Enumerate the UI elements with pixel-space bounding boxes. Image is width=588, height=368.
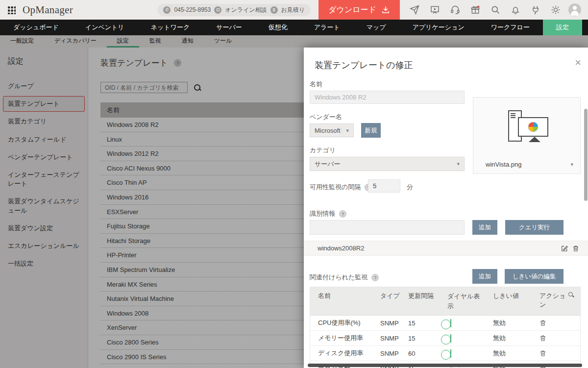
sysoid-label: 識別情報 ? [310,209,346,218]
monitor-name: CPU使用率(%) [310,319,380,327]
col-type: タイプ [380,292,408,300]
nav-inventory[interactable]: インベントリ [72,20,138,35]
device-image-select[interactable]: winVista.png ▾ [486,161,573,168]
monitor-type: SNMP [380,319,408,327]
phone-number: 045-225-8953 [174,6,211,13]
delete-icon[interactable] [539,319,546,326]
download-label: ダウンロード [328,5,376,15]
delete-icon[interactable] [539,335,546,342]
chevron-down-icon: ▾ [342,127,349,134]
nav-settings[interactable]: 設定 [543,20,582,35]
chevron-down-icon: ▾ [570,161,573,168]
user-avatar[interactable] [568,3,581,16]
col-actions: アクション [535,292,568,309]
nav-network[interactable]: ネットワーク [138,20,203,35]
nav-virtualization[interactable]: 仮想化 [255,20,301,35]
apps-grid-icon[interactable] [7,6,16,14]
nav-alerts[interactable]: アラート [301,20,353,35]
quote-icon: $ [270,6,278,14]
category-label: カテゴリ [310,146,336,155]
quote-link[interactable]: お見積り [281,6,305,14]
main-nav: ダッシュボード インベントリ ネットワーク サーバー 仮想化 アラート マップ … [0,20,588,35]
vendor-label: ベンダー名 [310,113,342,122]
monitor-row: メモリー使用率 SNMP 15 無効 [310,331,580,346]
monitor-threshold: 無効 [493,349,535,358]
col-dial: ダイヤル表示 [447,292,482,311]
monitor-threshold: 無効 [493,334,535,343]
download-button[interactable]: ダウンロード [318,0,400,20]
windows-logo-icon [528,122,539,132]
availability-interval-text: 可用性監視の間隔 [310,183,361,192]
dial-toggle[interactable] [450,334,451,343]
opmanager-app: OpManager ✆ 045-225-8953 ⊡ オンライン相談 $ お見積… [0,0,588,368]
availability-interval-label: 可用性監視の間隔 ? [310,183,372,192]
contact-pill: ✆ 045-225-8953 ⊡ オンライン相談 $ お見積り [157,4,311,16]
associated-monitors-text: 関連付けられた監視 [310,273,368,282]
monitors-table-header: 名前 タイプ 更新間隔 ダイヤル表示 しきい値 アクション [310,287,580,316]
device-image [501,110,552,147]
online-consult-link[interactable]: オンライン相談 [225,6,267,14]
app-logo: OpManager [23,4,73,16]
demo-video-icon[interactable] [430,5,440,15]
getting-started-rocket-icon[interactable] [410,5,419,15]
monitor-name: ディスク使用率 [310,349,380,358]
dial-toggle[interactable] [450,349,451,358]
dial-toggle[interactable] [450,319,451,327]
monitor-row: CPU使用率(%) SNMP 15 無効 [310,316,580,331]
device-image-filename: winVista.png [486,161,521,168]
nav-workflow[interactable]: ワークフロー [478,20,543,35]
monitor-row: ディスク使用率 SNMP 60 無効 [310,346,580,361]
online-consult-icon: ⊡ [214,6,221,14]
device-image-box: winVista.png ▾ [473,97,581,174]
nav-dashboard[interactable]: ダッシュボード [0,20,72,35]
addons-plug-icon[interactable] [531,5,540,15]
notifications-bell-icon[interactable] [511,5,520,15]
search-icon[interactable] [490,5,500,15]
sysoid-help-icon[interactable]: ? [339,210,346,218]
delete-icon[interactable] [539,350,546,357]
monitor-type: SNMP [380,335,408,342]
header-icon-bar [410,5,561,15]
delete-icon[interactable] [572,245,579,252]
modal-horizontal-scrollbar[interactable] [308,364,582,367]
associated-monitors-label: 関連付けられた監視 ? [310,273,379,282]
vendor-select[interactable]: Microsoft ▾ [310,123,354,137]
vendor-selected-value: Microsoft [315,127,341,134]
sysoid-add-button[interactable]: 追加 [472,220,497,235]
top-header: OpManager ✆ 045-225-8953 ⊡ オンライン相談 $ お見積… [0,0,588,20]
edit-icon[interactable] [561,245,568,252]
modal-vertical-scrollbar[interactable] [584,109,588,201]
edit-thresholds-button[interactable]: しきい値の編集 [505,269,564,284]
modal-title: 装置テンプレートの修正 [315,59,413,71]
col-name: 名前 [310,292,380,300]
chevron-down-icon: ▾ [453,161,460,167]
monitor-search-icon[interactable] [568,292,574,298]
new-vendor-button[interactable]: 新規 [361,123,381,138]
support-headset-icon[interactable] [450,5,460,15]
monitors-help-icon[interactable]: ? [371,274,379,281]
nav-server[interactable]: サーバー [203,20,255,35]
availability-interval-input[interactable] [368,179,400,193]
download-icon [381,5,390,14]
col-threshold: しきい値 [493,292,535,300]
interval-unit-label: 分 [407,183,413,192]
sysoid-text: 識別情報 [310,209,335,218]
nav-maps[interactable]: マップ [353,20,399,35]
category-selected-value: サーバー [315,160,341,169]
settings-gear-icon[interactable] [551,5,561,15]
sysoid-input[interactable] [310,220,465,235]
phone-icon: ✆ [163,6,171,14]
col-interval: 更新間隔 [408,292,447,300]
template-name-input [310,91,465,104]
close-icon[interactable]: × [575,57,581,68]
monitors-table: 名前 タイプ 更新間隔 ダイヤル表示 しきい値 アクション CPU使用率(%) … [310,287,581,368]
monitor-add-button[interactable]: 追加 [472,269,497,284]
category-select[interactable]: サーバー ▾ [310,157,465,171]
sysoid-item-row: windows2008R2 [304,241,588,256]
nav-applications[interactable]: アプリケーション [399,20,478,35]
nav-reports[interactable]: レポート [582,20,588,35]
whats-new-gift-icon[interactable] [470,5,480,15]
query-device-button[interactable]: クエリ実行 [505,220,564,235]
monitor-threshold: 無効 [493,319,535,327]
monitor-name: メモリー使用率 [310,334,380,343]
